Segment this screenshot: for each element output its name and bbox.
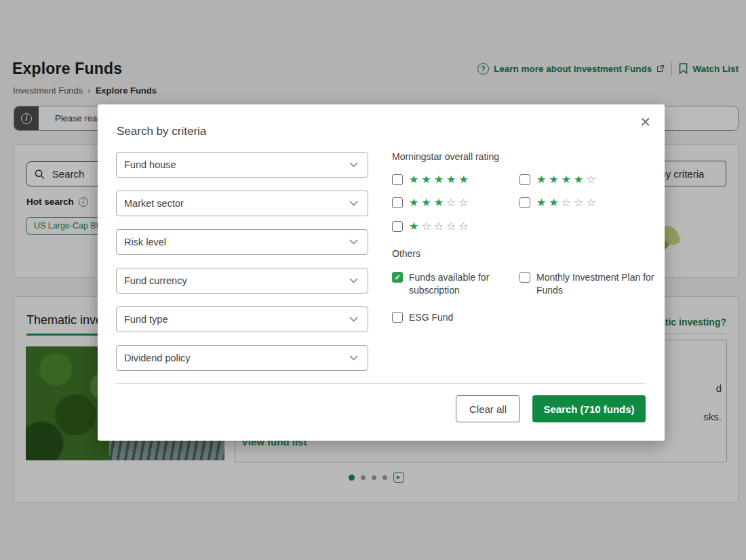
rating-2-star-option[interactable]: ★★☆☆☆ bbox=[519, 197, 599, 208]
star-rating: ★★☆☆☆ bbox=[536, 197, 599, 208]
dividend-policy-dropdown[interactable]: Dividend policy bbox=[116, 345, 368, 371]
fund-type-dropdown[interactable]: Fund type bbox=[116, 306, 368, 332]
morningstar-rating-label: Morningstar overall rating bbox=[392, 151, 499, 162]
dropdown-label: Fund currency bbox=[124, 275, 187, 286]
rating-5-star-option[interactable]: ★★★★★ bbox=[392, 174, 471, 185]
checkbox[interactable] bbox=[519, 174, 530, 185]
market-sector-dropdown[interactable]: Market sector bbox=[116, 191, 368, 216]
search-funds-button[interactable]: Search (710 funds) bbox=[532, 395, 646, 422]
dropdown-label: Market sector bbox=[124, 198, 184, 209]
monthly-investment-plan-option[interactable]: Monthly Investment Plan for Funds bbox=[519, 271, 655, 297]
chevron-down-icon bbox=[349, 317, 358, 322]
checkbox[interactable] bbox=[392, 174, 403, 185]
chevron-down-icon bbox=[349, 355, 358, 361]
dropdown-label: Risk level bbox=[124, 237, 166, 247]
checkbox-checked[interactable]: ✓ bbox=[392, 272, 403, 283]
others-label: Others bbox=[392, 248, 420, 259]
checkbox[interactable] bbox=[392, 197, 403, 208]
filled-stars: ★ bbox=[409, 220, 421, 232]
explore-funds-page: Explore Funds Investment Funds › Explore… bbox=[0, 0, 746, 560]
empty-stars: ☆☆ bbox=[446, 197, 471, 208]
checkbox[interactable] bbox=[519, 197, 530, 208]
empty-stars: ☆ bbox=[586, 174, 598, 185]
empty-stars: ☆☆☆☆ bbox=[421, 220, 471, 232]
chevron-down-icon bbox=[349, 278, 358, 283]
filled-stars: ★★★ bbox=[409, 197, 446, 208]
dropdown-label: Fund house bbox=[124, 159, 176, 170]
modal-title: Search by criteria bbox=[117, 125, 206, 138]
chevron-down-icon bbox=[349, 201, 358, 206]
star-rating: ★★★☆☆ bbox=[409, 197, 471, 208]
rating-3-star-option[interactable]: ★★★☆☆ bbox=[392, 197, 471, 208]
rating-4-star-option[interactable]: ★★★★☆ bbox=[519, 174, 599, 185]
clear-all-button[interactable]: Clear all bbox=[456, 395, 520, 422]
chevron-down-icon bbox=[349, 239, 358, 245]
checkbox[interactable] bbox=[519, 272, 530, 283]
option-label: ESG Fund bbox=[409, 311, 453, 324]
dropdown-label: Dividend policy bbox=[124, 353, 191, 363]
modal-footer-divider bbox=[116, 383, 646, 384]
fund-currency-dropdown[interactable]: Fund currency bbox=[116, 268, 368, 294]
filled-stars: ★★★★★ bbox=[409, 174, 471, 185]
fund-house-dropdown[interactable]: Fund house bbox=[116, 152, 368, 178]
close-icon[interactable]: ✕ bbox=[637, 113, 654, 132]
star-rating: ★★★★★ bbox=[409, 174, 471, 185]
star-rating: ★★★★☆ bbox=[536, 174, 599, 185]
checkbox[interactable] bbox=[392, 221, 403, 232]
risk-level-dropdown[interactable]: Risk level bbox=[116, 229, 368, 255]
filled-stars: ★★ bbox=[536, 197, 562, 208]
star-rating: ★☆☆☆☆ bbox=[409, 221, 471, 232]
rating-1-star-option[interactable]: ★☆☆☆☆ bbox=[392, 221, 471, 232]
chevron-down-icon bbox=[349, 162, 358, 167]
option-label: Funds available for subscription bbox=[409, 271, 511, 297]
esg-fund-option[interactable]: ESG Fund bbox=[392, 311, 453, 324]
option-label: Monthly Investment Plan for Funds bbox=[536, 271, 655, 297]
checkbox[interactable] bbox=[392, 312, 403, 323]
search-by-criteria-modal: Search by criteria ✕ Fund house Market s… bbox=[98, 104, 665, 441]
filled-stars: ★★★★ bbox=[536, 174, 586, 185]
empty-stars: ☆☆☆ bbox=[562, 197, 599, 208]
dropdown-label: Fund type bbox=[124, 314, 168, 325]
funds-available-option[interactable]: ✓ Funds available for subscription bbox=[392, 271, 511, 297]
